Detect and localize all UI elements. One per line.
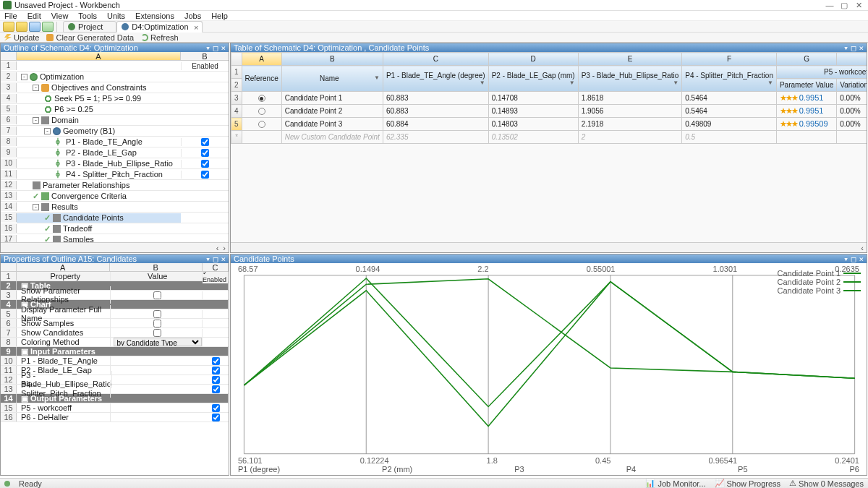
outline-enabled-checkbox[interactable] xyxy=(201,160,209,168)
candidate-table-wrapper[interactable]: ABCDEFGHIJ1ReferenceName ▼P1 - Blade_TE_… xyxy=(231,52,867,242)
menu-edit[interactable]: Edit xyxy=(27,12,41,20)
property-row[interactable]: 13P4 - Splitter_Pitch_Fraction xyxy=(1,385,229,394)
property-row[interactable]: 14▣ Output Parameters xyxy=(1,394,229,403)
tab-close-icon[interactable]: × xyxy=(194,23,198,32)
new-row[interactable]: *New Custom Candidate Point62.3350.13502… xyxy=(231,131,867,144)
prop-value-checkbox[interactable] xyxy=(153,320,161,328)
prop-value-checkbox[interactable] xyxy=(153,310,161,318)
table-close-icon[interactable]: × xyxy=(859,43,864,53)
prop-value-select[interactable]: by Candidate Type xyxy=(114,338,203,346)
show-messages-button[interactable]: ⚠ Show 0 Messages xyxy=(789,479,864,488)
props-popout-icon[interactable]: □ xyxy=(213,254,218,264)
outline-hscroll[interactable]: ‹› xyxy=(1,242,229,252)
outline-close-icon[interactable]: × xyxy=(221,43,226,53)
outline-row[interactable]: 3-Objectives and Constraints xyxy=(1,82,229,93)
job-monitor-button[interactable]: 📊 Job Monitor... xyxy=(645,479,705,488)
outline-row[interactable]: 17✓Samples xyxy=(1,234,229,242)
chart-close-icon[interactable]: × xyxy=(859,254,864,264)
outline-enabled-checkbox[interactable] xyxy=(201,171,209,179)
prop-enabled-checkbox[interactable] xyxy=(212,385,220,393)
outline-row[interactable]: 11ɸP4 - Splitter_Pitch_Fraction xyxy=(1,169,229,180)
prop-enabled-checkbox[interactable] xyxy=(212,367,220,374)
toolbar-refresh-icon[interactable] xyxy=(42,22,54,32)
chart-pin-icon[interactable]: ▾ xyxy=(843,254,848,264)
props-col-c[interactable]: C xyxy=(203,263,229,271)
close-button[interactable]: ✕ xyxy=(852,1,865,10)
chart-popout-icon[interactable]: □ xyxy=(851,254,856,264)
menu-file[interactable]: File xyxy=(4,12,17,20)
outline-row[interactable]: 10ɸP3 - Blade_Hub_Ellipse_Ratio xyxy=(1,158,229,169)
table-row[interactable]: 5Candidate Point 360.8840.148032.19180.4… xyxy=(231,118,867,131)
prop-enabled-checkbox[interactable] xyxy=(212,404,220,412)
prop-enabled-checkbox[interactable] xyxy=(212,414,220,421)
table-pin-icon[interactable]: ▾ xyxy=(843,43,848,53)
tree-toggle-icon[interactable]: - xyxy=(21,74,27,80)
reference-radio[interactable] xyxy=(258,95,265,102)
table-row[interactable]: 4Candidate Point 260.8830.148931.90560.5… xyxy=(231,105,867,118)
outline-popout-icon[interactable]: □ xyxy=(213,43,218,53)
outline-row[interactable]: 16✓Tradeoff xyxy=(1,223,229,234)
tab-d4-optimization[interactable]: D4:Optimization × xyxy=(116,21,202,33)
outline-enabled-checkbox[interactable] xyxy=(201,138,209,146)
tree-toggle-icon[interactable]: - xyxy=(33,204,39,210)
tree-toggle-icon[interactable]: - xyxy=(44,128,51,134)
prop-value-checkbox[interactable] xyxy=(153,329,161,337)
outline-row[interactable]: 5P6 >= 0.25 xyxy=(1,104,229,115)
property-row[interactable]: 15P5 - workcoeff xyxy=(1,403,229,413)
menu-extensions[interactable]: Extensions xyxy=(135,12,174,20)
property-row[interactable]: 16P6 - DeHaller xyxy=(1,413,229,422)
outline-row[interactable]: 12Parameter Relationships xyxy=(1,180,229,191)
prop-enabled-checkbox[interactable] xyxy=(212,376,220,384)
property-row[interactable]: 3Show Parameter Relationships xyxy=(1,291,229,300)
outline-row[interactable]: 2-Optimization xyxy=(1,72,229,82)
reference-radio[interactable] xyxy=(258,121,265,128)
toolbar-open-icon[interactable] xyxy=(16,22,27,32)
menu-help[interactable]: Help xyxy=(211,12,228,20)
clear-generated-data-button[interactable]: Clear Generated Data xyxy=(46,33,134,42)
outline-row[interactable]: 15✓Candidate Points xyxy=(1,213,229,223)
property-row[interactable]: 1PropertyValue✓ Enabled xyxy=(1,272,229,281)
table-popout-icon[interactable]: □ xyxy=(851,43,856,53)
props-pin-icon[interactable]: ▾ xyxy=(205,254,210,264)
property-row[interactable]: 10P1 - Blade_TE_Angle xyxy=(1,356,229,366)
outline-row[interactable]: 1Enabled xyxy=(1,61,229,72)
property-row[interactable]: 6Show Samples xyxy=(1,319,229,328)
table-row[interactable]: 3Candidate Point 160.8830.147081.86180.5… xyxy=(231,92,867,105)
menu-view[interactable]: View xyxy=(51,12,69,20)
outline-row[interactable]: 13✓Convergence Criteria xyxy=(1,191,229,202)
menu-jobs[interactable]: Jobs xyxy=(184,12,201,20)
tree-toggle-icon[interactable]: - xyxy=(33,117,39,124)
tree-toggle-icon[interactable]: - xyxy=(33,85,39,91)
outline-body[interactable]: 1Enabled2-Optimization3-Objectives and C… xyxy=(1,61,229,242)
table-hscroll[interactable]: ‹ xyxy=(231,242,867,252)
properties-body[interactable]: 1PropertyValue✓ Enabled2▣ Table3Show Par… xyxy=(1,272,229,475)
props-col-b[interactable]: B xyxy=(110,263,203,271)
toolbar-new-icon[interactable] xyxy=(3,22,14,32)
outline-row[interactable]: 7-Geometry (B1) xyxy=(1,126,229,137)
maximize-button[interactable]: ▢ xyxy=(838,1,851,10)
show-progress-button[interactable]: 📈 Show Progress xyxy=(715,479,781,488)
update-button[interactable]: Update xyxy=(4,33,39,42)
minimize-button[interactable]: — xyxy=(823,1,836,10)
menu-tools[interactable]: Tools xyxy=(78,12,97,20)
property-row[interactable]: 9▣ Input Parameters xyxy=(1,347,229,356)
outline-col-b[interactable]: B xyxy=(181,52,229,60)
property-row[interactable]: 7Show Candidates xyxy=(1,328,229,338)
chart-area[interactable]: 68.570.14942.20.550011.03010.2635 Candid… xyxy=(231,263,867,475)
outline-row[interactable]: 8ɸP1 - Blade_TE_Angle xyxy=(1,137,229,147)
outline-pin-icon[interactable]: ▾ xyxy=(205,43,210,53)
props-close-icon[interactable]: × xyxy=(221,254,226,264)
outline-col-a[interactable]: A xyxy=(17,52,181,60)
menu-units[interactable]: Units xyxy=(107,12,125,20)
property-row[interactable]: 5Display Parameter Full Name xyxy=(1,309,229,319)
prop-enabled-checkbox[interactable] xyxy=(212,357,220,365)
prop-value-checkbox[interactable] xyxy=(153,291,161,299)
tab-project[interactable]: Project xyxy=(63,21,116,33)
toolbar-save-icon[interactable] xyxy=(29,22,41,32)
props-col-a[interactable]: A xyxy=(17,263,110,271)
reference-radio[interactable] xyxy=(258,108,265,115)
outline-row[interactable]: 9ɸP2 - Blade_LE_Gap xyxy=(1,147,229,158)
property-row[interactable]: 8Coloring Methodby Candidate Type xyxy=(1,338,229,347)
outline-row[interactable]: 14-Results xyxy=(1,202,229,213)
outline-enabled-checkbox[interactable] xyxy=(201,149,209,157)
